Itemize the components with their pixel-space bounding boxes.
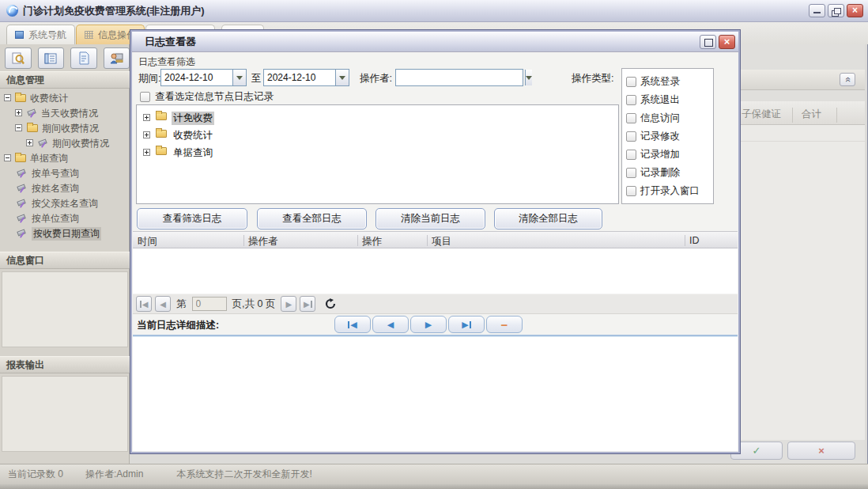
checkbox-icon[interactable]: [626, 113, 636, 123]
row-divider: [740, 141, 865, 142]
plus-box-icon[interactable]: [143, 131, 150, 138]
tree-item[interactable]: 单据查询: [137, 144, 618, 161]
checkbox-icon[interactable]: [140, 92, 150, 102]
checkbox-icon[interactable]: [626, 77, 636, 87]
tree-item-label: 期间收费情况: [42, 122, 99, 135]
view-filtered-log-button[interactable]: 查看筛选日志: [137, 208, 247, 229]
restore-button[interactable]: [828, 4, 844, 17]
tree-item[interactable]: 收费统计: [137, 127, 618, 143]
detail-previous-button[interactable]: ◀: [372, 316, 409, 333]
background-table-body: [740, 125, 865, 440]
cancel-button[interactable]: ×: [787, 442, 855, 460]
operation-type-option[interactable]: 打开录入窗口: [626, 183, 700, 199]
plus-box-icon[interactable]: [26, 139, 33, 146]
tree-item-selected[interactable]: 按收费日期查询: [0, 226, 130, 241]
tree-item-selected[interactable]: 计免收费: [137, 109, 618, 126]
tree-item[interactable]: 单据查询: [0, 150, 130, 165]
chevron-down-icon[interactable]: [335, 70, 349, 85]
system-message: 本系统支持二次开发和全新开发!: [176, 468, 311, 481]
operation-type-option[interactable]: 记录增加: [626, 146, 680, 162]
plus-box-icon[interactable]: [143, 114, 150, 121]
detail-last-button[interactable]: ▶: [448, 316, 485, 333]
user-button[interactable]: [104, 47, 130, 69]
list-view-button[interactable]: [38, 47, 65, 69]
tree-item[interactable]: 按单号查询: [0, 165, 130, 180]
dialog-client-area: 日志查看筛选 期间: 2024-12-10 至 2024-12-10 操作者: …: [133, 52, 738, 451]
date-from-combo[interactable]: 2024-12-10: [160, 69, 247, 86]
operation-type-option[interactable]: 记录修改: [626, 128, 680, 144]
operation-type-option[interactable]: 关闭录入窗口: [626, 201, 700, 204]
operation-type-option[interactable]: 记录删除: [626, 165, 680, 180]
dialog-maximize-button[interactable]: [700, 35, 716, 49]
document-icon: [77, 51, 90, 65]
tree-item-label: 计免收费: [172, 112, 214, 125]
detail-row: 当前日志详细描述: ◀ ◀ ▶ ▶ −: [133, 314, 738, 335]
checkbox-icon[interactable]: [626, 95, 636, 105]
checkbox-label: 记录删除: [640, 166, 680, 180]
column-divider: [243, 235, 244, 246]
detail-remove-button[interactable]: −: [486, 316, 523, 333]
detail-next-button[interactable]: ▶: [410, 316, 447, 333]
checkbox-icon[interactable]: [626, 204, 636, 205]
operator-combo[interactable]: [395, 69, 523, 86]
chevron-down-icon[interactable]: [232, 70, 246, 85]
tree-item-label: 按收费日期查询: [32, 227, 101, 241]
checkbox-icon[interactable]: [626, 131, 636, 142]
minus-box-icon[interactable]: [4, 94, 11, 101]
minus-box-icon[interactable]: [15, 124, 22, 131]
tool-icon: [17, 229, 26, 238]
folder-icon: [156, 112, 167, 120]
clear-current-log-button[interactable]: 清除当前日志: [376, 208, 485, 229]
next-page-button[interactable]: ▶: [281, 296, 296, 312]
plus-box-icon[interactable]: [15, 109, 22, 116]
view-all-log-button[interactable]: 查看全部日志: [257, 208, 367, 229]
document-button[interactable]: [70, 47, 97, 69]
folder-icon: [15, 94, 26, 102]
tree-item[interactable]: 收费统计: [0, 90, 130, 105]
navigation-icon: [15, 31, 24, 39]
tab-system-navigation[interactable]: 系统导航: [6, 25, 75, 44]
tree-item[interactable]: 期间收费情况: [0, 135, 130, 150]
refresh-button[interactable]: [325, 298, 336, 309]
detail-text-area[interactable]: [133, 335, 738, 451]
column-header: 项目: [432, 235, 451, 248]
plus-box-icon[interactable]: [143, 149, 150, 156]
operation-type-label: 操作类型:: [572, 72, 613, 85]
tree-item[interactable]: 按单位查询: [0, 210, 130, 226]
operator-status: 操作者:Admin: [85, 468, 143, 481]
view-node-log-checkbox[interactable]: 查看选定信息节点日志记录: [140, 90, 274, 104]
checkbox-icon[interactable]: [626, 168, 636, 178]
filter-group-label: 日志查看筛选: [138, 55, 195, 69]
operation-type-option[interactable]: 系统退出: [626, 92, 680, 108]
tree-item[interactable]: 按姓名查询: [0, 180, 130, 195]
operation-type-option[interactable]: 信息访问: [626, 110, 680, 126]
tree-item[interactable]: 按父亲姓名查询: [0, 195, 130, 210]
checkbox-label: 信息访问: [640, 112, 680, 125]
date-to-combo[interactable]: 2024-12-10: [263, 69, 349, 86]
detail-first-button[interactable]: ◀: [334, 316, 371, 333]
chevron-down-icon[interactable]: [525, 70, 532, 85]
first-page-button[interactable]: ◀: [136, 296, 152, 312]
last-page-button[interactable]: ▶: [300, 296, 315, 312]
tree-item-label: 收费统计: [172, 129, 214, 142]
tool-icon: [38, 138, 47, 148]
search-button[interactable]: [5, 47, 32, 69]
minimize-button[interactable]: [809, 4, 825, 17]
tree-item[interactable]: 当天收费情况: [0, 105, 130, 120]
operation-type-list: 系统登录 系统退出 信息访问 记录修改 记录增加 记录删除: [621, 68, 714, 204]
page-number-input[interactable]: [192, 297, 227, 311]
dialog-close-button[interactable]: ×: [719, 35, 735, 49]
checkbox-icon[interactable]: [626, 150, 636, 160]
checkbox-icon[interactable]: [626, 186, 636, 196]
previous-page-button[interactable]: ◀: [155, 296, 171, 312]
column-divider: [427, 235, 428, 246]
operation-type-option[interactable]: 系统登录: [626, 74, 680, 89]
tree-item[interactable]: 期间收费情况: [0, 120, 130, 135]
collapse-panel-button[interactable]: «: [840, 73, 855, 86]
search-icon: [11, 51, 25, 66]
minus-box-icon[interactable]: [4, 154, 11, 161]
operator-input[interactable]: [396, 70, 525, 85]
clear-all-log-button[interactable]: 清除全部日志: [494, 208, 602, 229]
close-button[interactable]: ×: [847, 4, 863, 17]
window-frame-bottom: [0, 484, 868, 489]
